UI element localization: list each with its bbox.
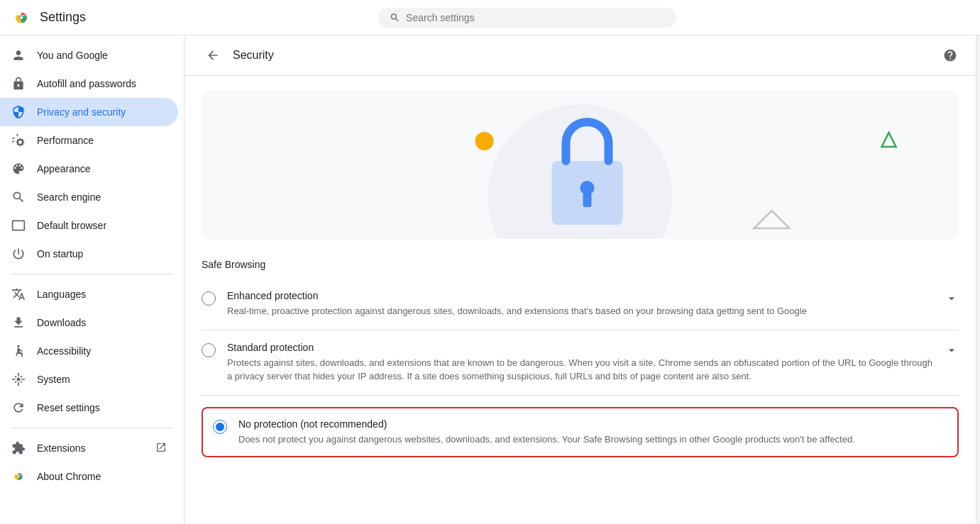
svg-marker-19 <box>754 211 790 228</box>
sidebar-label-appearance: Appearance <box>37 163 91 174</box>
standard-protection-option[interactable]: Standard protection Protects against sit… <box>202 330 959 396</box>
hero-illustration <box>202 90 959 239</box>
sidebar-label-accessibility: Accessibility <box>37 345 91 357</box>
system-icon <box>11 372 26 386</box>
appearance-icon <box>11 162 26 176</box>
shield-icon <box>11 105 26 119</box>
sidebar-item-languages[interactable]: Languages <box>0 280 178 308</box>
sidebar-label-languages: Languages <box>37 289 86 300</box>
svg-point-2 <box>20 16 23 19</box>
security-hero-banner <box>202 90 959 239</box>
no-protection-label: No protection (not recommended) <box>238 418 947 430</box>
no-protection-desc: Does not protect you against dangerous w… <box>238 433 947 447</box>
sidebar-label-reset: Reset settings <box>37 402 100 413</box>
external-link-icon <box>155 442 167 455</box>
no-protection-option[interactable]: No protection (not recommended) Does not… <box>202 407 959 458</box>
languages-icon <box>11 287 26 301</box>
back-button[interactable] <box>202 44 224 67</box>
sidebar-item-downloads[interactable]: Downloads <box>0 308 178 337</box>
sidebar-label-about: About Chrome <box>37 471 101 482</box>
sidebar-divider-2 <box>11 428 172 428</box>
svg-point-3 <box>17 345 19 347</box>
sidebar-label-system: System <box>37 374 70 385</box>
svg-point-11 <box>475 132 494 150</box>
title-bar: Settings <box>0 0 980 35</box>
standard-protection-desc: Protects against sites, downloads, and e… <box>227 356 933 384</box>
sidebar-item-on-startup[interactable]: On startup <box>0 240 178 268</box>
no-protection-radio[interactable] <box>213 420 227 434</box>
content-title: Security <box>233 49 942 62</box>
sidebar: You and Google Autofill and passwords Pr… <box>0 35 185 524</box>
svg-point-6 <box>18 476 20 478</box>
sidebar-label-default-browser: Default browser <box>37 220 106 231</box>
sidebar-item-default-browser[interactable]: Default browser <box>0 211 178 240</box>
about-icon <box>11 469 26 484</box>
sidebar-item-search-engine[interactable]: Search engine <box>0 183 178 211</box>
sidebar-item-autofill[interactable]: Autofill and passwords <box>0 69 178 98</box>
back-arrow-icon <box>206 48 220 62</box>
app-title: Settings <box>40 10 86 25</box>
sidebar-item-privacy[interactable]: Privacy and security <box>0 98 178 126</box>
standard-protection-label: Standard protection <box>227 342 933 353</box>
enhanced-protection-option[interactable]: Enhanced protection Real-time, proactive… <box>202 279 959 330</box>
right-scrollbar-area <box>976 35 980 524</box>
sidebar-item-reset[interactable]: Reset settings <box>0 394 178 422</box>
sidebar-item-performance[interactable]: Performance <box>0 126 178 155</box>
search-bar-container <box>86 8 969 28</box>
sidebar-divider-1 <box>11 274 172 274</box>
enhanced-protection-label: Enhanced protection <box>227 290 933 301</box>
performance-icon <box>11 133 26 147</box>
safe-browsing-section: Safe Browsing Enhanced protection Real-t… <box>202 253 959 457</box>
svg-rect-10 <box>583 193 592 207</box>
content-area: Security <box>185 35 976 524</box>
enhanced-protection-desc: Real-time, proactive protection against … <box>227 304 933 318</box>
no-protection-body: No protection (not recommended) Does not… <box>238 418 947 447</box>
help-icon <box>943 48 957 62</box>
person-icon <box>11 48 26 62</box>
search-bar[interactable] <box>378 8 676 28</box>
sidebar-label-privacy: Privacy and security <box>37 106 126 118</box>
browser-icon <box>11 218 26 233</box>
sidebar-label-on-startup: On startup <box>37 248 83 260</box>
downloads-icon <box>11 316 26 330</box>
content-scroll[interactable]: Safe Browsing Enhanced protection Real-t… <box>185 76 976 524</box>
sidebar-label-extensions: Extensions <box>37 442 144 454</box>
extensions-icon <box>11 441 26 455</box>
sidebar-item-appearance[interactable]: Appearance <box>0 155 178 183</box>
sidebar-label-autofill: Autofill and passwords <box>37 78 136 89</box>
sidebar-item-you-and-google[interactable]: You and Google <box>0 41 178 69</box>
enhanced-expand-icon[interactable] <box>945 291 959 308</box>
sidebar-item-extensions[interactable]: Extensions <box>0 434 178 462</box>
enhanced-protection-radio[interactable] <box>202 291 216 306</box>
startup-icon <box>11 247 26 261</box>
search-engine-icon <box>11 190 26 204</box>
help-button[interactable] <box>942 47 959 64</box>
main-layout: You and Google Autofill and passwords Pr… <box>0 35 980 524</box>
sidebar-label-downloads: Downloads <box>37 317 86 328</box>
reset-icon <box>11 401 26 415</box>
sidebar-item-system[interactable]: System <box>0 365 178 394</box>
standard-protection-body: Standard protection Protects against sit… <box>227 342 933 384</box>
chrome-logo-icon <box>11 8 31 28</box>
accessibility-icon <box>11 344 26 358</box>
sidebar-label-search-engine: Search engine <box>37 191 101 203</box>
search-icon <box>390 12 400 23</box>
enhanced-protection-body: Enhanced protection Real-time, proactive… <box>227 290 933 318</box>
autofill-icon <box>11 77 26 91</box>
standard-expand-icon[interactable] <box>945 343 959 359</box>
sidebar-item-about[interactable]: About Chrome <box>0 462 178 491</box>
svg-marker-13 <box>882 133 896 147</box>
standard-protection-radio[interactable] <box>202 343 216 357</box>
safe-browsing-title: Safe Browsing <box>202 253 959 270</box>
sidebar-label-performance: Performance <box>37 135 94 146</box>
content-header: Security <box>185 35 976 76</box>
sidebar-label-you-and-google: You and Google <box>37 50 108 61</box>
search-input[interactable] <box>406 12 665 23</box>
sidebar-item-accessibility[interactable]: Accessibility <box>0 337 178 365</box>
